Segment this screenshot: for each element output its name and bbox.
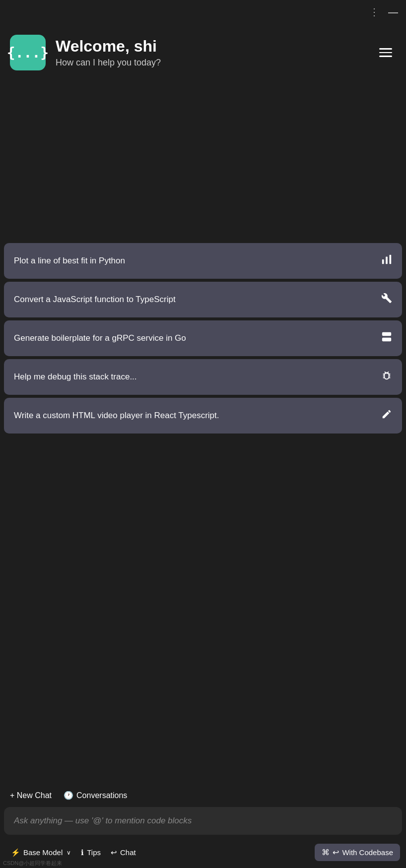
codebase-label: With Codebase	[342, 848, 393, 857]
conversations-clock-icon: 🕐	[64, 791, 73, 800]
conversations-button[interactable]: 🕐 Conversations	[64, 791, 127, 800]
svg-point-5	[383, 333, 385, 335]
menu-button[interactable]	[375, 44, 396, 61]
watermark: CSDN@小超同学卷起来	[0, 859, 65, 868]
welcome-title: Welcome, shi	[56, 37, 375, 56]
bug-icon	[381, 370, 392, 384]
suggestion-card-1[interactable]: Convert a JavaScript function to TypeScr…	[4, 282, 402, 317]
menu-line-3	[379, 56, 392, 57]
minimize-icon[interactable]: —	[388, 6, 398, 18]
tools-icon	[381, 293, 392, 307]
enter-icon: ↩	[333, 848, 339, 857]
command-icon: ⌘	[322, 848, 330, 857]
input-area	[4, 807, 402, 835]
server-icon	[381, 331, 392, 345]
info-icon: ℹ	[81, 848, 84, 857]
suggestion-card-2[interactable]: Generate boilerplate for a gRPC service …	[4, 320, 402, 356]
suggestion-text: Generate boilerplate for a gRPC service …	[14, 333, 186, 343]
bottom-section: + New Chat 🕐 Conversations ⚡ Base Model …	[0, 784, 406, 868]
pencil-icon	[381, 409, 392, 423]
more-options-icon[interactable]: ⋮	[369, 6, 380, 18]
new-chat-button[interactable]: + New Chat	[10, 791, 52, 800]
lightning-icon: ⚡	[11, 848, 20, 857]
svg-rect-2	[390, 255, 392, 264]
codebase-button[interactable]: ⌘ ↩ With Codebase	[315, 844, 400, 861]
chat-arrow-icon: ↩	[111, 848, 117, 857]
chat-button[interactable]: ↩ Chat	[106, 845, 141, 860]
chevron-down-icon: ∨	[67, 849, 71, 856]
suggestion-card-3[interactable]: Help me debug this stack trace...	[4, 359, 402, 395]
svg-rect-1	[386, 257, 388, 264]
suggestion-card-0[interactable]: Plot a line of best fit in Python	[4, 243, 402, 279]
bottom-nav: + New Chat 🕐 Conversations	[0, 784, 406, 807]
chart-icon	[381, 254, 392, 268]
welcome-prefix: Welcome,	[56, 37, 134, 55]
chat-label: Chat	[120, 848, 136, 857]
conversations-label: Conversations	[76, 791, 127, 800]
suggestion-card-4[interactable]: Write a custom HTML video player in Reac…	[4, 398, 402, 434]
tips-button[interactable]: ℹ Tips	[76, 845, 106, 860]
welcome-name: shi	[134, 37, 157, 55]
app-logo: {...}	[10, 35, 46, 70]
suggestion-text: Convert a JavaScript function to TypeScr…	[14, 295, 176, 305]
suggestion-text: Plot a line of best fit in Python	[14, 256, 125, 266]
svg-rect-0	[382, 259, 384, 264]
app-logo-text: {...}	[7, 45, 49, 61]
header: {...} Welcome, shi How can I help you to…	[0, 25, 406, 80]
menu-line-2	[379, 52, 392, 54]
suggestion-text: Write a custom HTML video player in Reac…	[14, 411, 219, 421]
menu-line-1	[379, 48, 392, 50]
chat-input[interactable]	[14, 816, 392, 826]
svg-point-6	[383, 339, 385, 340]
top-bar: ⋮ —	[361, 0, 406, 24]
welcome-subtitle: How can I help you today?	[56, 58, 375, 68]
base-model-button[interactable]: ⚡ Base Model ∨	[6, 845, 76, 860]
suggestion-text: Help me debug this stack trace...	[14, 372, 137, 382]
header-text: Welcome, shi How can I help you today?	[56, 37, 375, 68]
suggestions-list: Plot a line of best fit in PythonConvert…	[0, 243, 406, 434]
new-chat-label: + New Chat	[10, 791, 52, 800]
base-model-label: Base Model	[23, 848, 63, 857]
tips-label: Tips	[87, 848, 101, 857]
